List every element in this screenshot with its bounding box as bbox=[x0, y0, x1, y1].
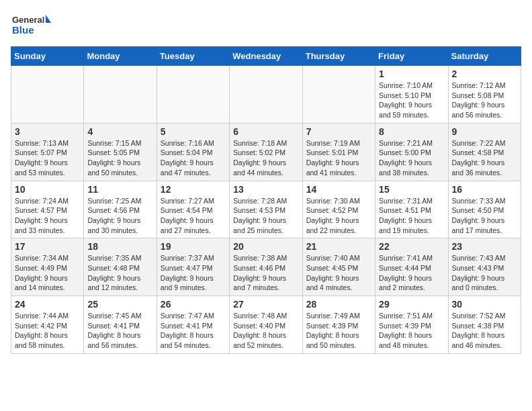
calendar-cell: 24Sunrise: 7:44 AM Sunset: 4:42 PM Dayli… bbox=[11, 296, 84, 354]
calendar-cell: 5Sunrise: 7:16 AM Sunset: 5:04 PM Daylig… bbox=[157, 123, 229, 181]
day-number: 6 bbox=[233, 126, 298, 137]
day-number: 10 bbox=[15, 184, 80, 195]
day-number: 16 bbox=[452, 184, 517, 195]
day-info: Sunrise: 7:28 AM Sunset: 4:53 PM Dayligh… bbox=[233, 196, 298, 236]
day-info: Sunrise: 7:44 AM Sunset: 4:42 PM Dayligh… bbox=[15, 311, 80, 351]
day-number: 30 bbox=[452, 299, 517, 310]
calendar-week-3: 10Sunrise: 7:24 AM Sunset: 4:57 PM Dayli… bbox=[11, 181, 521, 238]
day-number: 24 bbox=[15, 299, 80, 310]
day-info: Sunrise: 7:22 AM Sunset: 4:58 PM Dayligh… bbox=[452, 138, 517, 178]
day-number: 27 bbox=[233, 299, 298, 310]
day-info: Sunrise: 7:48 AM Sunset: 4:40 PM Dayligh… bbox=[233, 311, 298, 351]
calendar-cell: 10Sunrise: 7:24 AM Sunset: 4:57 PM Dayli… bbox=[11, 181, 84, 238]
day-number: 29 bbox=[379, 299, 444, 310]
svg-text:Blue: Blue bbox=[12, 24, 34, 36]
weekday-header-sunday: Sunday bbox=[11, 47, 84, 66]
calendar-cell: 12Sunrise: 7:27 AM Sunset: 4:54 PM Dayli… bbox=[157, 181, 229, 238]
day-number: 25 bbox=[87, 299, 152, 310]
day-number: 3 bbox=[15, 126, 80, 137]
day-info: Sunrise: 7:52 AM Sunset: 4:38 PM Dayligh… bbox=[452, 311, 517, 351]
day-info: Sunrise: 7:27 AM Sunset: 4:54 PM Dayligh… bbox=[161, 196, 226, 236]
day-number: 7 bbox=[306, 126, 371, 137]
day-number: 23 bbox=[452, 241, 517, 252]
calendar-cell: 23Sunrise: 7:43 AM Sunset: 4:43 PM Dayli… bbox=[448, 238, 521, 296]
calendar-cell: 30Sunrise: 7:52 AM Sunset: 4:38 PM Dayli… bbox=[448, 296, 521, 354]
day-info: Sunrise: 7:33 AM Sunset: 4:50 PM Dayligh… bbox=[452, 196, 517, 236]
day-number: 11 bbox=[87, 184, 152, 195]
svg-text:General: General bbox=[12, 15, 44, 25]
day-number: 4 bbox=[87, 126, 152, 137]
day-info: Sunrise: 7:12 AM Sunset: 5:08 PM Dayligh… bbox=[452, 81, 517, 120]
day-number: 8 bbox=[379, 126, 444, 137]
calendar-week-2: 3Sunrise: 7:13 AM Sunset: 5:07 PM Daylig… bbox=[11, 123, 521, 181]
day-info: Sunrise: 7:13 AM Sunset: 5:07 PM Dayligh… bbox=[15, 138, 80, 178]
calendar-week-1: 1Sunrise: 7:10 AM Sunset: 5:10 PM Daylig… bbox=[11, 66, 521, 124]
day-info: Sunrise: 7:34 AM Sunset: 4:49 PM Dayligh… bbox=[15, 253, 80, 293]
day-info: Sunrise: 7:30 AM Sunset: 4:52 PM Dayligh… bbox=[306, 196, 371, 236]
calendar-cell: 14Sunrise: 7:30 AM Sunset: 4:52 PM Dayli… bbox=[302, 181, 375, 238]
day-number: 5 bbox=[161, 126, 226, 137]
day-info: Sunrise: 7:18 AM Sunset: 5:02 PM Dayligh… bbox=[233, 138, 298, 178]
day-number: 12 bbox=[161, 184, 226, 195]
calendar-cell: 4Sunrise: 7:15 AM Sunset: 5:05 PM Daylig… bbox=[84, 123, 157, 181]
calendar-cell: 13Sunrise: 7:28 AM Sunset: 4:53 PM Dayli… bbox=[230, 181, 302, 238]
day-info: Sunrise: 7:41 AM Sunset: 4:44 PM Dayligh… bbox=[379, 253, 444, 293]
calendar-cell bbox=[302, 66, 375, 124]
weekday-header-friday: Friday bbox=[375, 47, 448, 66]
day-number: 26 bbox=[161, 299, 226, 310]
day-info: Sunrise: 7:49 AM Sunset: 4:39 PM Dayligh… bbox=[306, 311, 371, 351]
calendar-table: SundayMondayTuesdayWednesdayThursdayFrid… bbox=[11, 46, 521, 354]
day-number: 1 bbox=[379, 68, 444, 79]
day-info: Sunrise: 7:31 AM Sunset: 4:51 PM Dayligh… bbox=[379, 196, 444, 236]
calendar-cell: 9Sunrise: 7:22 AM Sunset: 4:58 PM Daylig… bbox=[448, 123, 521, 181]
calendar-cell: 27Sunrise: 7:48 AM Sunset: 4:40 PM Dayli… bbox=[230, 296, 302, 354]
day-number: 14 bbox=[306, 184, 371, 195]
day-info: Sunrise: 7:10 AM Sunset: 5:10 PM Dayligh… bbox=[379, 81, 444, 120]
day-info: Sunrise: 7:51 AM Sunset: 4:39 PM Dayligh… bbox=[379, 311, 444, 351]
calendar-cell: 1Sunrise: 7:10 AM Sunset: 5:10 PM Daylig… bbox=[375, 66, 448, 124]
logo: General Blue bbox=[11, 11, 51, 41]
day-info: Sunrise: 7:38 AM Sunset: 4:46 PM Dayligh… bbox=[233, 253, 298, 293]
day-number: 18 bbox=[87, 241, 152, 252]
day-info: Sunrise: 7:21 AM Sunset: 5:00 PM Dayligh… bbox=[379, 138, 444, 178]
weekday-header-thursday: Thursday bbox=[302, 47, 375, 66]
calendar-cell: 17Sunrise: 7:34 AM Sunset: 4:49 PM Dayli… bbox=[11, 238, 84, 296]
day-info: Sunrise: 7:15 AM Sunset: 5:05 PM Dayligh… bbox=[87, 138, 152, 178]
day-number: 21 bbox=[306, 241, 371, 252]
day-info: Sunrise: 7:25 AM Sunset: 4:56 PM Dayligh… bbox=[87, 196, 152, 236]
calendar-cell: 21Sunrise: 7:40 AM Sunset: 4:45 PM Dayli… bbox=[302, 238, 375, 296]
calendar-cell: 16Sunrise: 7:33 AM Sunset: 4:50 PM Dayli… bbox=[448, 181, 521, 238]
day-number: 2 bbox=[452, 68, 517, 79]
calendar-cell: 28Sunrise: 7:49 AM Sunset: 4:39 PM Dayli… bbox=[302, 296, 375, 354]
svg-marker-2 bbox=[46, 15, 51, 23]
logo-svg: General Blue bbox=[11, 11, 51, 41]
day-number: 28 bbox=[306, 299, 371, 310]
day-info: Sunrise: 7:47 AM Sunset: 4:41 PM Dayligh… bbox=[161, 311, 226, 351]
day-number: 15 bbox=[379, 184, 444, 195]
day-number: 9 bbox=[452, 126, 517, 137]
day-info: Sunrise: 7:45 AM Sunset: 4:41 PM Dayligh… bbox=[87, 311, 152, 351]
calendar-cell: 15Sunrise: 7:31 AM Sunset: 4:51 PM Dayli… bbox=[375, 181, 448, 238]
day-info: Sunrise: 7:24 AM Sunset: 4:57 PM Dayligh… bbox=[15, 196, 80, 236]
day-number: 20 bbox=[233, 241, 298, 252]
calendar-cell: 19Sunrise: 7:37 AM Sunset: 4:47 PM Dayli… bbox=[157, 238, 229, 296]
calendar-cell: 7Sunrise: 7:19 AM Sunset: 5:01 PM Daylig… bbox=[302, 123, 375, 181]
day-info: Sunrise: 7:40 AM Sunset: 4:45 PM Dayligh… bbox=[306, 253, 371, 293]
calendar-cell: 29Sunrise: 7:51 AM Sunset: 4:39 PM Dayli… bbox=[375, 296, 448, 354]
calendar-cell bbox=[230, 66, 302, 124]
day-info: Sunrise: 7:16 AM Sunset: 5:04 PM Dayligh… bbox=[161, 138, 226, 178]
calendar-cell bbox=[157, 66, 229, 124]
calendar-cell: 2Sunrise: 7:12 AM Sunset: 5:08 PM Daylig… bbox=[448, 66, 521, 124]
calendar-cell: 18Sunrise: 7:35 AM Sunset: 4:48 PM Dayli… bbox=[84, 238, 157, 296]
calendar-cell: 20Sunrise: 7:38 AM Sunset: 4:46 PM Dayli… bbox=[230, 238, 302, 296]
day-number: 19 bbox=[161, 241, 226, 252]
day-info: Sunrise: 7:19 AM Sunset: 5:01 PM Dayligh… bbox=[306, 138, 371, 178]
day-number: 17 bbox=[15, 241, 80, 252]
calendar-cell: 8Sunrise: 7:21 AM Sunset: 5:00 PM Daylig… bbox=[375, 123, 448, 181]
day-number: 22 bbox=[379, 241, 444, 252]
calendar-cell: 11Sunrise: 7:25 AM Sunset: 4:56 PM Dayli… bbox=[84, 181, 157, 238]
calendar-week-4: 17Sunrise: 7:34 AM Sunset: 4:49 PM Dayli… bbox=[11, 238, 521, 296]
weekday-header-tuesday: Tuesday bbox=[157, 47, 229, 66]
calendar-week-5: 24Sunrise: 7:44 AM Sunset: 4:42 PM Dayli… bbox=[11, 296, 521, 354]
calendar-cell bbox=[84, 66, 157, 124]
